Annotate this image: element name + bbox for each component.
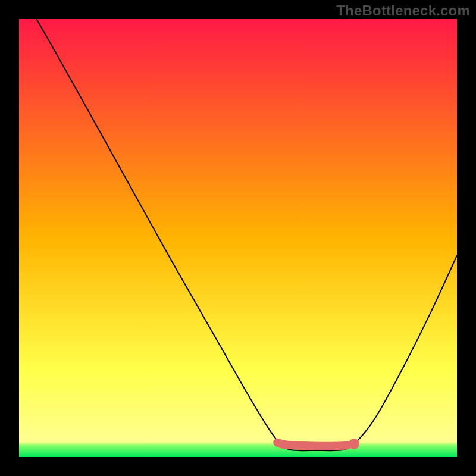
chart-svg (19, 19, 457, 457)
marker-optimal-range (277, 443, 347, 446)
chart-frame: TheBottleneck.com (0, 0, 476, 476)
plot-area (19, 19, 457, 457)
chart-background (19, 19, 457, 457)
watermark-text: TheBottleneck.com (336, 2, 470, 19)
marker-optimal-range-end-dot (349, 439, 359, 449)
